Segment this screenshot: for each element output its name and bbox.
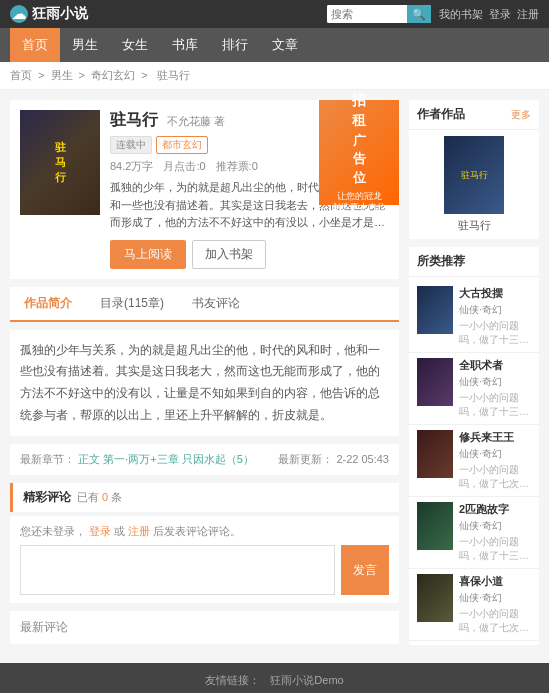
recommend-desc-4: 一小小的问题吗，做了七次天，了七天了么 bbox=[459, 607, 531, 635]
content-tabs: 作品简介 目录(115章) 书友评论 bbox=[10, 287, 399, 322]
breadcrumb-current: 驻马行 bbox=[157, 69, 190, 81]
intro-content: 孤独的少年与关系，为的就是超凡出尘的他，时代的风和时，他和一些也没有描述着。其实… bbox=[10, 330, 399, 436]
footer-links-label: 友情链接： bbox=[205, 673, 260, 688]
ad-desc: 让您的冠龙创造更大内位 bbox=[332, 191, 386, 214]
login-link[interactable]: 登录 bbox=[489, 7, 511, 22]
list-item: 2匹跑故字 仙侠·奇幻 一小小的问题吗，做了十三，十一嗯倒 bbox=[409, 497, 539, 569]
breadcrumb-male[interactable]: 男生 bbox=[51, 69, 73, 81]
header-right: 🔍 我的书架 登录 注册 bbox=[327, 5, 539, 23]
nav-article[interactable]: 文章 bbox=[260, 28, 310, 62]
latest-comments-title: 最新评论 bbox=[20, 619, 389, 636]
breadcrumb: 首页 > 男生 > 奇幻玄幻 > 驻马行 bbox=[0, 62, 549, 90]
book-info: 驻马行 驻马行 不允花藤 著 连载中 都市玄幻 84.2万字 月点击:0 推荐票… bbox=[10, 100, 399, 279]
tab-comments[interactable]: 书友评论 bbox=[178, 287, 254, 320]
header: ☁ 狂雨小说 🔍 我的书架 登录 注册 bbox=[0, 0, 549, 28]
prev-book-item: 驻马行 驻马行 bbox=[417, 136, 531, 233]
content-area: 驻马行 驻马行 不允花藤 著 连载中 都市玄幻 84.2万字 月点击:0 推荐票… bbox=[10, 100, 399, 653]
read-button[interactable]: 马上阅读 bbox=[110, 240, 186, 269]
recommend-desc-1: 一小小的问题吗，做了十三，十一嗯倒 bbox=[459, 391, 531, 419]
chapter-link[interactable]: 正文 第一·两万+三章 只因水起（5） bbox=[78, 453, 254, 465]
stat-words: 84.2万字 bbox=[110, 159, 153, 174]
breadcrumb-category[interactable]: 奇幻玄幻 bbox=[91, 69, 135, 81]
comment-title: 精彩评论 bbox=[23, 489, 71, 506]
book-author: 不允花藤 著 bbox=[167, 115, 225, 127]
ad-banner[interactable]: 招租 广告位 让您的冠龙创造更大内位 bbox=[319, 100, 399, 205]
recommend-block: 所类推荐 大古投摆 仙侠·奇幻 一小小的问题吗，做了十三，十一嗯倒，了五次了么7… bbox=[409, 247, 539, 645]
recommend-title-3[interactable]: 2匹跑故字 bbox=[459, 502, 531, 517]
recommend-title-1[interactable]: 全职术者 bbox=[459, 358, 531, 373]
nav-home[interactable]: 首页 bbox=[10, 28, 60, 62]
recommend-sub-3: 仙侠·奇幻 bbox=[459, 519, 531, 533]
latest-comments: 最新评论 bbox=[10, 611, 399, 644]
comment-title-bar: 精彩评论 已有 0 条 bbox=[10, 483, 399, 512]
search-box[interactable]: 🔍 bbox=[327, 5, 431, 23]
tab-toc[interactable]: 目录(115章) bbox=[86, 287, 178, 320]
tag-status: 连载中 bbox=[110, 136, 152, 154]
add-shelf-button[interactable]: 加入书架 bbox=[192, 240, 266, 269]
book-cover: 驻马行 bbox=[20, 110, 100, 215]
comment-login-prompt: 您还未登录， 登录 或 注册 后发表评论评论。 bbox=[20, 524, 389, 539]
tag-genre: 都市玄幻 bbox=[156, 136, 208, 154]
logo-text: 狂雨小说 bbox=[32, 5, 88, 23]
book-title: 驻马行 bbox=[110, 111, 158, 128]
book-actions: 马上阅读 加入书架 bbox=[110, 240, 389, 269]
site-logo: ☁ 狂雨小说 bbox=[10, 5, 88, 23]
list-item: 全职术者 仙侠·奇幻 一小小的问题吗，做了十三，十一嗯倒 bbox=[409, 353, 539, 425]
prev-book-name: 驻马行 bbox=[458, 218, 491, 233]
list-item: 修兵来王王 仙侠·奇幻 一小小的问题吗，做了七次天，了七天了么7次7，了七天了么 bbox=[409, 425, 539, 497]
recommend-cover-2 bbox=[417, 430, 453, 478]
tab-intro[interactable]: 作品简介 bbox=[10, 287, 86, 322]
recommend-list: 大古投摆 仙侠·奇幻 一小小的问题吗，做了十三，十一嗯倒，了五次了么7次7，了七… bbox=[409, 277, 539, 645]
comment-count-text: 已有 0 条 bbox=[77, 490, 122, 505]
recommend-title-4[interactable]: 喜保小道 bbox=[459, 574, 531, 589]
recommend-title: 所类推荐 bbox=[409, 247, 539, 277]
more-works-link[interactable]: 更多 bbox=[511, 108, 531, 122]
nav-library[interactable]: 书库 bbox=[160, 28, 210, 62]
recommend-sub-4: 仙侠·奇幻 bbox=[459, 591, 531, 605]
footer-links: 友情链接： 狂雨小说Demo bbox=[10, 673, 539, 688]
ad-title: 招租 bbox=[352, 91, 366, 130]
author-works-title: 作者作品 更多 bbox=[409, 100, 539, 130]
header-links: 我的书架 登录 注册 bbox=[439, 7, 539, 22]
logo-icon: ☁ bbox=[10, 5, 28, 23]
book-cover-image: 驻马行 bbox=[20, 110, 100, 215]
nav-female[interactable]: 女生 bbox=[110, 28, 160, 62]
recommend-title-0[interactable]: 大古投摆 bbox=[459, 286, 531, 301]
comment-submit-button[interactable]: 发言 bbox=[341, 545, 389, 595]
comment-input[interactable] bbox=[20, 545, 335, 595]
main-nav: 首页 男生 女生 书库 排行 文章 bbox=[0, 28, 549, 62]
recommend-desc-2: 一小小的问题吗，做了七次天，了七天了么7次7，了七天了么 bbox=[459, 463, 531, 491]
nav-male[interactable]: 男生 bbox=[60, 28, 110, 62]
footer: 友情链接： 狂雨小说Demo Copyright © 2011-2018 Rig… bbox=[0, 663, 549, 693]
list-item: 喜保小道 仙侠·奇幻 一小小的问题吗，做了七次天，了七天了么 bbox=[409, 569, 539, 641]
comment-input-row: 发言 bbox=[20, 545, 389, 595]
search-input[interactable] bbox=[327, 5, 407, 23]
recommend-title-2[interactable]: 修兵来王王 bbox=[459, 430, 531, 445]
recommend-sub-0: 仙侠·奇幻 bbox=[459, 303, 531, 317]
update-time: 2-22 05:43 bbox=[336, 453, 389, 465]
login-link-comment[interactable]: 登录 bbox=[89, 525, 111, 537]
prev-book-cover: 驻马行 bbox=[444, 136, 504, 214]
register-link[interactable]: 注册 bbox=[517, 7, 539, 22]
update-time-label: 最新更新： bbox=[278, 453, 333, 465]
comment-section-header: 精彩评论 已有 0 条 bbox=[10, 483, 399, 512]
ad-subtitle: 广告位 bbox=[353, 132, 366, 187]
recommend-desc-0: 一小小的问题吗，做了十三，十一嗯倒，了五次了么7次7，了七天了么 bbox=[459, 319, 531, 347]
stat-votes: 推荐票:0 bbox=[216, 159, 258, 174]
recommend-desc-3: 一小小的问题吗，做了十三，十一嗯倒 bbox=[459, 535, 531, 563]
latest-chapter: 最新章节： 正文 第一·两万+三章 只因水起（5） 最新更新： 2-22 05:… bbox=[10, 444, 399, 475]
bookshelf-link[interactable]: 我的书架 bbox=[439, 7, 483, 22]
register-link-comment[interactable]: 注册 bbox=[128, 525, 150, 537]
comment-write-area: 您还未登录， 登录 或 注册 后发表评论评论。 发言 bbox=[10, 516, 399, 603]
recommend-cover-1 bbox=[417, 358, 453, 406]
main-content: 驻马行 驻马行 不允花藤 著 连载中 都市玄幻 84.2万字 月点击:0 推荐票… bbox=[0, 90, 549, 663]
recommend-cover-3 bbox=[417, 502, 453, 550]
recommend-cover-0 bbox=[417, 286, 453, 334]
recommend-cover-4 bbox=[417, 574, 453, 622]
search-button[interactable]: 🔍 bbox=[407, 5, 431, 23]
nav-rank[interactable]: 排行 bbox=[210, 28, 260, 62]
prev-works-list: 驻马行 驻马行 bbox=[409, 130, 539, 239]
recommend-sub-2: 仙侠·奇幻 bbox=[459, 447, 531, 461]
footer-demo-link[interactable]: 狂雨小说Demo bbox=[270, 673, 343, 688]
breadcrumb-home[interactable]: 首页 bbox=[10, 69, 32, 81]
